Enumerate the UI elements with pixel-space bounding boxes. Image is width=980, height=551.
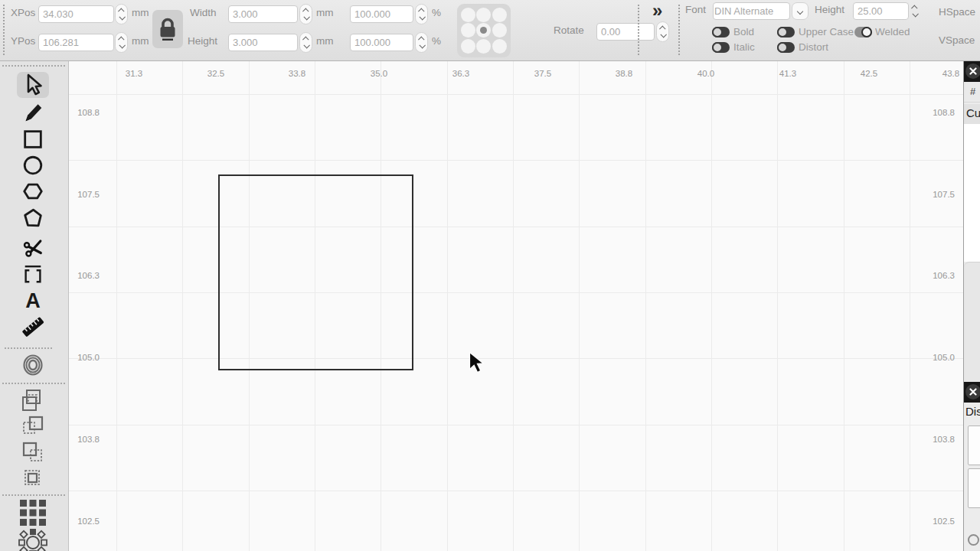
font-height-stepper[interactable] [908, 1, 921, 21]
sidebar-separator [5, 347, 52, 349]
toggle-knob [861, 27, 872, 37]
font-height-label: Height [815, 4, 844, 15]
rectangle-tool[interactable] [17, 126, 49, 152]
workspace-canvas[interactable]: 31.332.533.835.036.337.538.840.041.342.5… [69, 61, 963, 551]
bold-toggle[interactable] [712, 27, 730, 37]
grid-line [116, 61, 117, 551]
boolean-union-tool[interactable] [17, 387, 49, 413]
anchor-dot[interactable] [476, 8, 491, 22]
rotate-stepper[interactable] [656, 21, 669, 42]
circular-array-tool[interactable] [17, 530, 49, 551]
font-height-input[interactable]: 25.00 [853, 2, 909, 20]
welded-label: Welded [875, 26, 910, 37]
anchor-dot[interactable] [492, 23, 507, 37]
height-unit: mm [316, 35, 334, 47]
anchor-dot[interactable] [461, 8, 475, 22]
frame-selection-tool[interactable] [17, 261, 49, 287]
cuts-panel-close-button[interactable] [965, 64, 980, 79]
distort-toggle[interactable] [777, 42, 795, 53]
toggle-knob [777, 27, 788, 37]
cut-shapes-tool[interactable] [17, 234, 49, 260]
xpos-stepper[interactable] [115, 4, 128, 24]
display-panel-control[interactable] [968, 534, 979, 546]
anchor-dot[interactable] [492, 39, 507, 54]
anchor-dot[interactable] [476, 39, 491, 54]
scale-x-unit: % [432, 7, 441, 18]
ruler-label: 38.8 [616, 69, 632, 78]
ruler-label: 105.0 [924, 353, 955, 362]
toolbar-separator [678, 5, 680, 55]
grid-line [69, 160, 963, 161]
welded-toggle[interactable] [854, 27, 872, 37]
text-tool[interactable]: A [17, 288, 49, 314]
ruler-label: 107.5 [69, 190, 100, 199]
ruler-label: 107.5 [924, 190, 955, 199]
offset-shapes-tool[interactable] [17, 352, 49, 378]
italic-toggle[interactable] [712, 42, 730, 53]
grid-array-tool[interactable] [17, 498, 49, 530]
ruler-label: 36.3 [452, 69, 469, 78]
width-stepper[interactable] [299, 4, 312, 24]
ruler-label: 35.0 [371, 69, 387, 78]
grid-line [711, 61, 712, 551]
toolbar-drag-handle[interactable] [3, 5, 5, 55]
display-panel-button[interactable] [968, 468, 980, 508]
scale-x-stepper[interactable] [415, 4, 428, 24]
upper-case-toggle[interactable] [777, 27, 795, 37]
ruler-label: 108.8 [924, 108, 955, 117]
anchor-dot[interactable] [461, 23, 475, 37]
italic-label: Italic [733, 41, 755, 53]
font-dropdown-button[interactable] [792, 2, 808, 20]
scale-x-input[interactable]: 100.000 [350, 5, 413, 23]
ruler-label: 33.8 [289, 69, 305, 78]
rotate-input[interactable]: 0.00 [596, 23, 655, 41]
ruler-label: 106.3 [69, 271, 100, 280]
scale-y-input[interactable]: 100.000 [350, 34, 413, 51]
ruler-label: 103.8 [924, 435, 955, 444]
boolean-subtract-icon [21, 414, 45, 439]
ruler-label: 102.5 [69, 517, 100, 526]
width-label: Width [190, 7, 217, 18]
xpos-input[interactable]: 34.030 [38, 5, 114, 23]
drawn-rectangle-shape[interactable] [218, 174, 413, 370]
scale-y-unit: % [432, 35, 441, 47]
lock-aspect-button[interactable] [152, 10, 183, 48]
hexagon-tool[interactable] [17, 178, 49, 204]
boolean-difference-tool[interactable] [17, 465, 49, 491]
rectangle-icon [21, 128, 44, 151]
cuts-layer-row[interactable]: Cu [964, 104, 980, 124]
measure-tool[interactable] [17, 314, 49, 340]
width-input[interactable]: 3.000 [228, 5, 298, 23]
ellipse-tool[interactable] [17, 152, 49, 178]
ruler-label: 108.8 [69, 108, 100, 117]
sidebar-separator [2, 494, 65, 496]
draw-lines-tool[interactable] [17, 99, 49, 126]
cuts-column-header: # [964, 82, 980, 103]
height-stepper[interactable] [299, 32, 312, 53]
anchor-dot-selected[interactable] [476, 23, 491, 37]
display-panel-button[interactable] [968, 425, 980, 465]
grid-line [69, 292, 963, 293]
upper-case-label: Upper Case [799, 26, 854, 37]
properties-toolbar: XPos 34.030 mm YPos 106.281 mm Width 3.0… [0, 0, 980, 61]
height-input[interactable]: 3.000 [228, 34, 298, 51]
grid-line [69, 491, 963, 491]
display-panel-close-button[interactable] [965, 384, 980, 399]
scale-y-stepper[interactable] [415, 32, 428, 53]
text-tool-icon: A [25, 291, 41, 311]
cuts-layer-list[interactable] [964, 124, 980, 262]
boolean-intersect-tool[interactable] [17, 439, 49, 465]
toggle-knob [712, 27, 723, 37]
anchor-dot[interactable] [492, 8, 507, 22]
polygon-tool[interactable] [17, 205, 49, 231]
scissors-icon [21, 236, 44, 259]
ypos-stepper[interactable] [115, 32, 128, 53]
boolean-subtract-tool[interactable] [17, 413, 49, 439]
select-tool[interactable] [17, 72, 49, 98]
font-select[interactable]: DIN Alternate [713, 2, 790, 20]
anchor-dot[interactable] [461, 39, 475, 54]
ypos-input[interactable]: 106.281 [38, 34, 114, 51]
anchor-point-selector[interactable] [457, 4, 511, 57]
sidebar-drag-handle[interactable] [2, 65, 65, 67]
toolbar-expand-button[interactable]: » [652, 0, 661, 21]
